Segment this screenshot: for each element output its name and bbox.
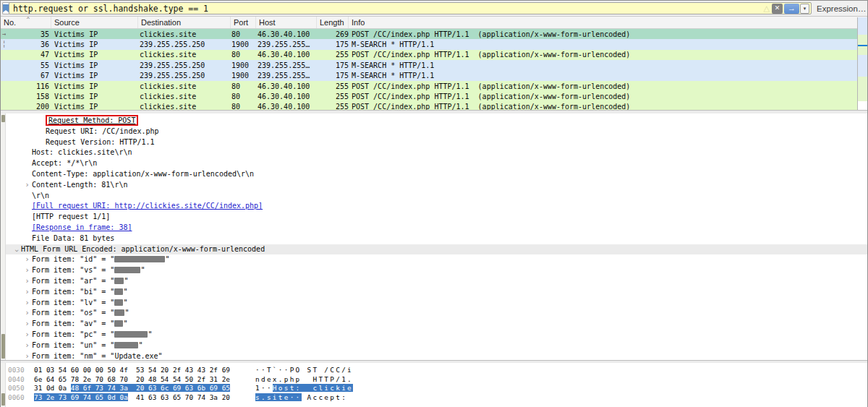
packet-row[interactable]: 200Victims_IPclickies.site8046.30.40.100…	[1, 102, 867, 110]
hex-row[interactable]: 006073 2e 73 69 74 65 0d 0a 41 63 63 65 …	[6, 393, 867, 403]
packet-row[interactable]: 47Victims_IPclickies.site8046.30.40.1002…	[1, 50, 867, 60]
hex-scrollbar[interactable]	[1, 363, 6, 407]
detail-line[interactable]: Request URI: /CC/index.php	[6, 127, 867, 137]
hex-bytes[interactable]: 73 2e 73 69 74 65 0d 0a 41 63 63 65 70 7…	[34, 393, 235, 403]
detail-line[interactable]: ›Content-Length: 81\r\n	[6, 180, 867, 191]
chevron-right-icon[interactable]: ›	[22, 276, 32, 287]
scrollbar-thumb[interactable]	[1, 393, 5, 406]
detail-text: "	[148, 330, 152, 338]
related-packet-dots-icon: ╎	[2, 39, 6, 49]
chevron-right-icon[interactable]: ›	[22, 351, 32, 360]
detail-link[interactable]: [Full request URI: http://clickies.site/…	[32, 202, 263, 210]
detail-text: Form item: "id" = "	[32, 255, 114, 263]
detail-line[interactable]: Request Method: POST	[6, 116, 867, 127]
detail-text: "	[138, 341, 142, 349]
cell-c6: 175	[317, 40, 349, 48]
detail-line[interactable]: ›Form item: "lv" = ""	[6, 298, 867, 309]
chevron-right-icon[interactable]: ›	[22, 308, 32, 319]
cell-c4: 80	[231, 30, 256, 38]
column-header-info[interactable]: Info	[349, 17, 867, 28]
packet-row[interactable]: 55Victims_IP239.255.255.2501900239.255.2…	[1, 60, 867, 70]
detail-line[interactable]: ›Form item: "av" = ""	[6, 319, 867, 330]
hex-bytes[interactable]: 31 0d 0a 48 6f 73 74 3a 20 63 6c 69 63 6…	[34, 384, 235, 393]
packet-list-minimap-scrollbar[interactable]	[857, 17, 867, 110]
cell-c4: 80	[231, 51, 256, 59]
detail-line[interactable]: Accept: */*\r\n	[6, 158, 867, 169]
redacted-value	[114, 267, 140, 273]
detail-line[interactable]: [Response in frame: 38]	[6, 223, 867, 234]
chevron-right-icon[interactable]: ›	[22, 265, 32, 276]
apply-filter-button[interactable]: →	[784, 4, 799, 14]
chevron-right-icon[interactable]: ›	[22, 298, 32, 309]
detail-text: Content-Length: 81\r\n	[32, 181, 127, 189]
detail-line[interactable]: Content-Type: application/x-www-form-url…	[6, 169, 867, 180]
chevron-right-icon[interactable]: ›	[22, 319, 32, 330]
packet-row[interactable]: 35Victims_IPclickies.site8046.30.40.1002…	[1, 29, 867, 39]
filter-history-dropdown[interactable]: ▼	[800, 4, 809, 14]
detail-line[interactable]: \r\n	[6, 191, 867, 202]
detail-line[interactable]: [Full request URI: http://clickies.site/…	[6, 201, 867, 212]
detail-line[interactable]: ›Form item: "id" = ""	[6, 254, 867, 265]
chevron-down-icon[interactable]: ›	[11, 246, 22, 255]
packet-row[interactable]: 116Victims_IPclickies.site8046.30.40.100…	[1, 81, 867, 91]
detail-line[interactable]: ›Form item: "un" = ""	[6, 340, 867, 351]
cell-c6: 255	[317, 82, 349, 90]
chevron-right-icon[interactable]: ›	[22, 330, 32, 340]
detail-text: Content-Type: application/x-www-form-url…	[32, 170, 254, 178]
column-header-no[interactable]: No.	[1, 17, 51, 28]
hex-bytes[interactable]: 6e 64 65 78 2e 70 68 70 20 48 54 54 50 2…	[34, 375, 235, 385]
scrollbar-thumb[interactable]	[1, 115, 5, 122]
detail-line[interactable]: ›Form item: "bi" = ""	[6, 287, 867, 298]
ascii-selected-bytes: s.site··	[255, 393, 302, 401]
detail-line[interactable]: File Data: 81 bytes	[6, 234, 867, 244]
detail-line[interactable]: Request Version: HTTP/1.1	[6, 137, 867, 148]
cell-c2: Victims_IP	[51, 51, 138, 59]
detail-text: Request URI: /CC/index.php	[46, 127, 159, 135]
scrollbar-thumb[interactable]	[1, 334, 5, 359]
hex-row[interactable]: 00406e 64 65 78 2e 70 68 70 20 48 54 54 …	[6, 375, 867, 385]
column-header-host[interactable]: Host	[256, 17, 317, 28]
detail-line[interactable]: ›Form item: "pc" = ""	[6, 330, 867, 340]
ascii-bytes[interactable]: ndex.php HTTP/1.	[255, 375, 353, 385]
detail-line[interactable]: [HTTP request 1/1]	[6, 212, 867, 223]
ascii-bytes[interactable]: s.site·· Accept:	[255, 393, 353, 403]
chevron-right-icon[interactable]: ›	[22, 254, 32, 265]
hex-selected-bytes: 48 6f 73 74 3a 20 63 6c 69 63 6b 69 65	[71, 384, 230, 392]
clear-filter-button[interactable]: ✕	[772, 4, 783, 14]
detail-text: File Data: 81 bytes	[32, 234, 114, 242]
detail-line[interactable]: ›HTML Form URL Encoded: application/x-ww…	[6, 244, 867, 255]
packet-row[interactable]: 158Victims_IPclickies.site8046.30.40.100…	[1, 91, 867, 101]
chevron-right-icon[interactable]: ›	[22, 287, 32, 298]
chevron-right-icon[interactable]: ›	[22, 340, 32, 351]
packet-row[interactable]: 67Victims_IP239.255.255.2501900239.255.2…	[1, 71, 867, 81]
chevron-right-icon[interactable]: ›	[22, 180, 32, 191]
filter-input[interactable]: http.request or ssl.handshake.type == 1 …	[9, 2, 812, 14]
detail-line[interactable]: ›Form item: "ar" = ""	[6, 276, 867, 287]
ascii-bytes[interactable]: ··T`··PO ST /CC/i	[255, 366, 353, 375]
detail-text: Form item: "vs" = "	[32, 266, 114, 274]
cell-c7: POST /CC/index.php HTTP/1.1 (application…	[349, 30, 867, 38]
detail-line[interactable]: ›Form item: "vs" = ""	[6, 265, 867, 276]
ascii-bytes[interactable]: 1··Host: clickie	[255, 384, 353, 393]
column-header-length[interactable]: Length	[317, 17, 349, 28]
cell-c1: 47	[1, 51, 51, 59]
cell-c4: 80	[231, 93, 256, 100]
chevron-down-icon: ▼	[803, 7, 807, 11]
column-header-destination[interactable]: Destination	[138, 17, 231, 28]
detail-link[interactable]: [Response in frame: 38]	[32, 223, 132, 231]
expression-button[interactable]: Expression…	[817, 4, 866, 13]
column-header-port[interactable]: Port	[231, 17, 256, 28]
hex-row[interactable]: 003001 03 54 60 00 00 50 4f 53 54 20 2f …	[6, 366, 867, 375]
packet-row[interactable]: 36Victims_IP239.255.255.2501900239.255.2…	[1, 39, 867, 49]
hex-row[interactable]: 005031 0d 0a 48 6f 73 74 3a 20 63 6c 69 …	[6, 384, 867, 393]
detail-text: "	[124, 277, 128, 285]
detail-text: Form item: "nm" = "Update.exe"	[32, 352, 163, 360]
detail-line[interactable]: ›Form item: "nm" = "Update.exe"	[6, 351, 867, 360]
detail-line[interactable]: Host: clickies.site\r\n	[6, 147, 867, 158]
bookmark-button[interactable]	[2, 2, 9, 14]
cell-c2: Victims_IP	[51, 103, 138, 110]
hex-bytes[interactable]: 01 03 54 60 00 00 50 4f 53 54 20 2f 43 4…	[34, 366, 235, 375]
details-scrollbar[interactable]	[1, 113, 6, 360]
detail-line[interactable]: ›Form item: "os" = ""	[6, 308, 867, 319]
column-header-source[interactable]: Source	[51, 17, 138, 28]
